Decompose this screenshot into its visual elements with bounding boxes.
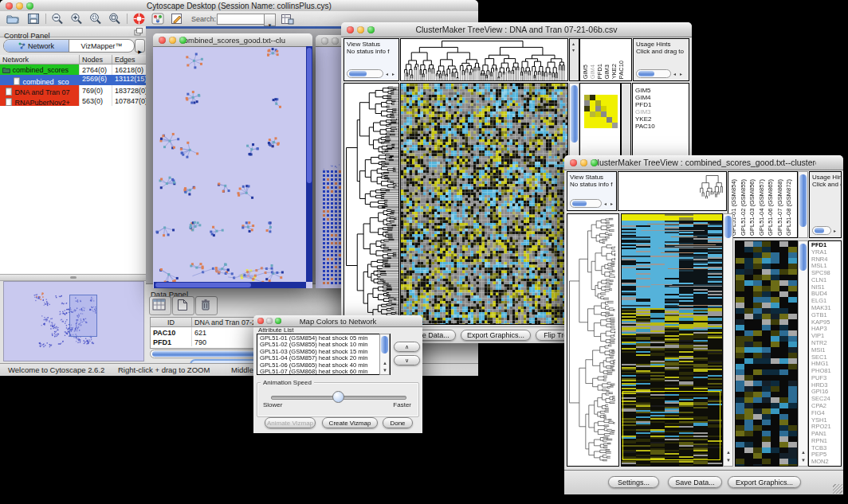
save-data-button[interactable]: Save Data... <box>668 476 722 488</box>
zoom-icon[interactable] <box>591 159 598 166</box>
zoom-in-icon[interactable] <box>70 13 84 25</box>
heatmap-canvas[interactable] <box>622 214 722 466</box>
network-overview-thumbnail[interactable] <box>3 281 144 361</box>
network-hscrollbar[interactable] <box>154 282 306 288</box>
table-cell-id[interactable]: PFD1 <box>151 337 192 346</box>
close-icon[interactable] <box>257 318 264 324</box>
column-dendrogram-canvas[interactable] <box>618 172 726 210</box>
zoom-icon[interactable] <box>275 318 281 324</box>
annotation-icon[interactable] <box>171 13 183 25</box>
scrollbar-thumb[interactable] <box>349 71 367 76</box>
minimize-icon[interactable] <box>169 37 176 44</box>
gene-label[interactable]: PFD1 <box>633 101 689 108</box>
tab-overflow-button[interactable]: ▶ <box>135 39 145 53</box>
table-report-icon[interactable] <box>281 13 294 25</box>
column-header-id[interactable]: ID <box>151 318 192 327</box>
close-icon[interactable] <box>570 159 577 166</box>
scroll-right-icon[interactable]: ▸ <box>680 72 682 76</box>
help-lifering-icon[interactable] <box>132 12 146 25</box>
status-hscrollbar[interactable] <box>347 69 383 78</box>
scroll-up-icon[interactable]: ▲ <box>383 361 387 365</box>
save-icon[interactable] <box>27 13 40 25</box>
search-input[interactable] <box>217 14 265 25</box>
close-icon[interactable] <box>347 26 354 33</box>
attribute-item[interactable]: GPL51-07 (GSM868) heat shock 60 min <box>257 369 390 375</box>
scroll-right-icon[interactable]: ▸ <box>610 201 613 206</box>
minimize-icon[interactable] <box>357 26 364 33</box>
scroll-up-icon[interactable]: ▴ <box>572 41 575 46</box>
column-header-nodes[interactable]: Nodes <box>80 55 112 64</box>
scroll-left-icon[interactable]: ◂ <box>673 72 676 76</box>
scrollbar-thumb[interactable] <box>155 283 251 287</box>
export-graphics-button[interactable]: Export Graphics... <box>728 476 801 488</box>
scrollbar-thumb[interactable] <box>381 336 388 354</box>
minimize-icon[interactable] <box>580 159 587 166</box>
tab-network[interactable]: Network <box>4 40 69 52</box>
scroll-up-icon[interactable]: ▲ <box>726 450 731 455</box>
column-dendrogram-2[interactable] <box>618 171 727 211</box>
attribute-list-vscrollbar[interactable]: ▲ ▼ <box>379 334 390 375</box>
scrollbar-thumb[interactable] <box>571 85 578 143</box>
move-up-button[interactable]: ∧ <box>394 342 420 352</box>
create-vizmap-button[interactable]: Create Vizmap <box>322 417 378 428</box>
row-dendrogram-2[interactable] <box>567 213 619 467</box>
column-dendrogram-canvas[interactable] <box>401 39 567 80</box>
row-dendrogram-1[interactable] <box>344 83 399 325</box>
cytoscape-titlebar[interactable]: Cytoscape Desktop (Session Name: collins… <box>0 0 478 12</box>
column-header-network[interactable]: Network <box>0 55 80 64</box>
zoom-vscrollbar[interactable]: ▲ ▼ <box>798 240 808 467</box>
column-header-edges[interactable]: Edges <box>112 55 146 64</box>
gene-label[interactable]: GIM5 <box>633 87 689 94</box>
heatmap-vscrollbar[interactable]: ▲ ▼ <box>723 213 733 467</box>
labels-vscrollbar[interactable] <box>798 171 808 238</box>
dendrogram-vscroll-strip[interactable]: ▴ ▾ <box>569 38 579 81</box>
zoom-heatmap-canvas[interactable] <box>584 95 618 128</box>
scroll-up-icon[interactable]: ▲ <box>801 450 806 455</box>
network-vscrollbar[interactable] <box>306 46 312 282</box>
heatmap-canvas[interactable] <box>401 84 567 324</box>
scroll-left-icon[interactable]: ◂ <box>604 201 607 206</box>
scroll-down-icon[interactable]: ▼ <box>801 458 806 463</box>
open-file-icon[interactable] <box>6 13 19 25</box>
gene-label[interactable]: YKE2 <box>633 115 689 123</box>
global-heatmap-1[interactable] <box>400 83 568 325</box>
gene-label[interactable]: GIM4 <box>633 94 689 101</box>
move-down-button[interactable]: ∨ <box>394 355 420 365</box>
tab-vizmapper[interactable]: VizMapper™ <box>69 40 134 52</box>
scroll-down-icon[interactable]: ▼ <box>726 458 731 463</box>
close-icon[interactable] <box>6 2 13 10</box>
export-graphics-button[interactable]: Export Graphics... <box>461 330 531 341</box>
zoom-selected-icon[interactable] <box>89 13 103 25</box>
network-row[interactable]: DNA and Tran 07 769(0) 183728(0) <box>0 85 146 96</box>
zoom-heatmap-canvas[interactable] <box>736 241 797 466</box>
gene-label[interactable]: PAC10 <box>633 123 689 130</box>
status-hscrollbar[interactable] <box>570 199 602 208</box>
navigator-divider[interactable] <box>0 274 146 281</box>
scroll-left-icon[interactable]: ◂ <box>386 72 388 76</box>
scrollbar-thumb[interactable] <box>638 71 654 76</box>
scrollbar-thumb[interactable] <box>572 201 587 206</box>
row-dendrogram-canvas[interactable] <box>344 84 398 324</box>
settings-button[interactable]: Settings... <box>608 476 659 488</box>
delete-attribute-button[interactable] <box>195 296 218 315</box>
scroll-right-icon[interactable]: ▸ <box>392 72 395 76</box>
float-panel-icon[interactable] <box>134 28 143 36</box>
scrollbar-thumb[interactable] <box>307 48 312 183</box>
zoom-icon[interactable] <box>367 26 375 33</box>
zoom-icon[interactable] <box>26 2 33 10</box>
vizmapper-icon[interactable] <box>151 13 164 25</box>
scroll-down-icon[interactable]: ▼ <box>383 368 387 373</box>
gene-label[interactable]: GIM3 <box>633 108 689 115</box>
minimize-icon[interactable] <box>266 318 273 324</box>
minimize-icon[interactable] <box>16 2 23 10</box>
done-button[interactable]: Done <box>383 417 413 428</box>
select-attributes-button[interactable] <box>149 296 171 315</box>
network-canvas[interactable] <box>154 46 306 282</box>
scrollbar-thumb[interactable] <box>724 216 732 238</box>
resize-grip[interactable] <box>833 484 842 494</box>
speed-slider-thumb[interactable] <box>332 391 344 403</box>
overview-canvas[interactable] <box>4 282 143 361</box>
animate-vizmap-button[interactable]: Animate Vizmap <box>265 417 316 428</box>
zoom-icon[interactable] <box>179 37 186 44</box>
new-attribute-button[interactable] <box>172 296 194 315</box>
